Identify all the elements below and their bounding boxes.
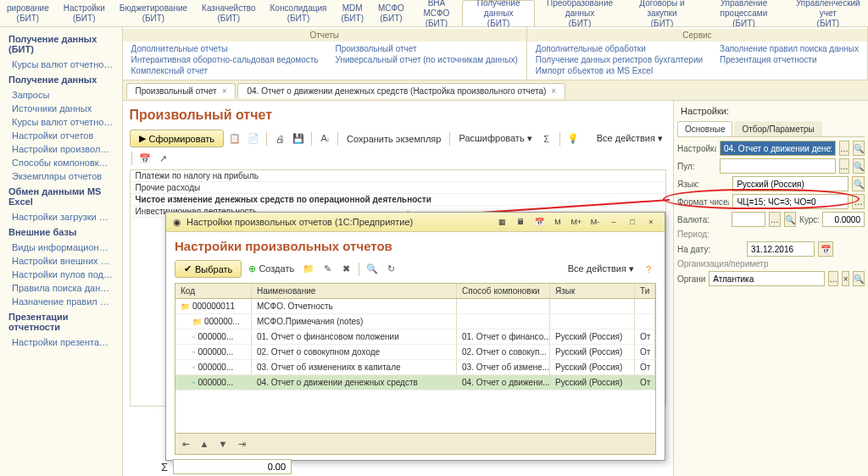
close-button[interactable]: × <box>644 216 658 228</box>
pool-input[interactable] <box>720 158 836 174</box>
top-tab[interactable]: Настройки(БИТ) <box>57 0 113 26</box>
submenu-link[interactable]: Дополнительные обработки <box>536 43 703 54</box>
submenu-link[interactable]: Заполнение правил поиска данных <box>720 43 859 54</box>
close-icon[interactable]: × <box>222 86 227 96</box>
org-lookup-icon[interactable]: … <box>828 271 838 286</box>
grid-row[interactable]: Платежи по налогу на прибыль <box>131 170 665 182</box>
org-input[interactable] <box>709 271 825 286</box>
paste-icon[interactable]: 📄 <box>246 131 261 147</box>
m-button[interactable]: M <box>551 216 565 228</box>
edit-icon[interactable]: ✎ <box>320 262 335 277</box>
dialog-row[interactable]: 000000...03. Отчет об изменениях в капит… <box>175 360 655 375</box>
date-input[interactable] <box>747 241 815 257</box>
sigma-input[interactable] <box>173 459 292 474</box>
top-tab[interactable]: Управленческий учет(БИТ) <box>789 0 868 26</box>
top-tab[interactable]: ВНА МСФО(БИТ) <box>412 0 462 26</box>
sidebar-link[interactable]: Источники данных <box>0 102 122 115</box>
close-icon[interactable]: × <box>551 86 556 96</box>
grid-icon[interactable]: ▦ <box>495 216 509 228</box>
top-tab[interactable]: рирование(БИТ) <box>0 0 57 26</box>
delete-icon[interactable]: ✖ <box>338 262 353 277</box>
help-icon[interactable]: ? <box>641 262 656 277</box>
minimize-button[interactable]: – <box>607 216 620 228</box>
submenu-link[interactable]: Произвольный отчет <box>336 43 518 54</box>
dialog-row[interactable]: 000000...04. Отчет о движении денежных с… <box>175 375 655 390</box>
grid-row[interactable]: Чистое изменение денежных средств по опе… <box>131 194 665 206</box>
col-type[interactable]: Ти <box>635 284 655 298</box>
m-plus-button[interactable]: M+ <box>570 216 583 228</box>
tab-filter[interactable]: Отбор/Параметры <box>734 121 821 136</box>
save-icon[interactable]: 💾 <box>291 131 306 147</box>
dialog-row[interactable]: 000000...МСФО.Примечания (notes) <box>175 314 655 329</box>
folder-icon[interactable]: 📁 <box>301 262 316 277</box>
top-tab[interactable]: Преобразование данных(БИТ) <box>535 0 625 26</box>
print-icon[interactable]: 🖨 <box>272 131 287 147</box>
submenu-link[interactable]: Получение данных регистров бухгалтерии <box>536 54 703 65</box>
sidebar-link[interactable]: Настройки внешних подключений <box>0 254 122 268</box>
dialog-titlebar[interactable]: ◉ Настройки произвольных отчетов (1С:Пре… <box>166 213 665 232</box>
top-tab[interactable]: Управление процессами(БИТ) <box>699 0 788 26</box>
col-lang[interactable]: Язык <box>550 284 635 298</box>
grid-row[interactable]: Прочие расходы <box>131 182 665 194</box>
top-tab[interactable]: Консолидация(БИТ) <box>264 0 335 26</box>
sidebar-link[interactable]: Настройки отчетов <box>0 129 122 142</box>
setting-input[interactable] <box>720 141 836 156</box>
doc-tab[interactable]: Произвольный отчет× <box>126 83 236 98</box>
tab-main[interactable]: Основные <box>677 121 732 136</box>
submenu-link[interactable]: Интерактивная оборотно-сальдовая ведомос… <box>131 54 319 65</box>
sidebar-link[interactable]: Способы компоновки источн... <box>0 156 122 169</box>
dialog-row[interactable]: 000000...02. Отчет о совокупном доходе02… <box>175 345 655 360</box>
sidebar-link[interactable]: Курсы валют отчетности <box>0 58 122 71</box>
page-up-icon[interactable]: ▲ <box>197 436 212 451</box>
col-method[interactable]: Способ компоновки <box>457 284 550 298</box>
bulb-icon[interactable]: 💡 <box>565 131 581 147</box>
top-tab[interactable]: MDM(БИТ) <box>334 0 371 26</box>
col-name[interactable]: Наименование <box>252 284 457 298</box>
sidebar-link[interactable]: Настройки пулов подключений <box>0 268 122 281</box>
currency-lookup-icon[interactable]: … <box>769 212 781 227</box>
dialog-all-actions[interactable]: Все действия ▾ <box>565 263 637 274</box>
find-icon[interactable]: 🔍 <box>364 262 380 277</box>
page-first-icon[interactable]: ⇤ <box>178 436 193 451</box>
doc-tab[interactable]: 04. Отчет о движении денежных средств (Н… <box>237 83 565 98</box>
form-button[interactable]: ▶Сформировать <box>130 130 225 147</box>
sidebar-link[interactable]: Запросы <box>0 88 122 102</box>
decrypt-button[interactable]: Расшифровать ▾ <box>455 133 535 144</box>
save-copy-button[interactable]: Сохранить экземпляр <box>343 134 444 144</box>
refresh-icon[interactable]: ↻ <box>383 262 398 277</box>
top-tab[interactable]: Получение данных(БИТ) <box>462 0 535 26</box>
m-minus-button[interactable]: M- <box>588 216 602 228</box>
calendar-icon[interactable]: 📅 <box>532 216 546 228</box>
sidebar-link[interactable]: Виды информационных баз <box>0 241 122 254</box>
numfmt-lookup-icon[interactable]: … <box>852 194 865 209</box>
date-calendar-icon[interactable]: 📅 <box>818 241 833 257</box>
org-clear-icon[interactable]: × <box>842 271 849 286</box>
pool-lookup-icon[interactable]: … <box>839 158 849 174</box>
lang-input[interactable] <box>732 176 849 191</box>
sidebar-link[interactable]: Настройки загрузки из Excel <box>0 210 122 224</box>
maximize-button[interactable]: □ <box>626 216 639 228</box>
all-actions-button[interactable]: Все действия ▾ <box>593 133 666 144</box>
calendar-icon[interactable]: 📅 <box>137 151 153 166</box>
font-icon[interactable]: Aᵢ <box>317 131 332 147</box>
numfmt-input[interactable] <box>732 194 849 209</box>
sidebar-link[interactable]: Курсы валют отчетности <box>0 115 122 129</box>
setting-lookup-icon[interactable]: … <box>839 141 849 156</box>
submenu-link[interactable]: Универсальный отчет (по источникам данны… <box>336 54 518 65</box>
sidebar-link[interactable]: Назначение правил поиска дан... <box>0 295 122 308</box>
sidebar-link[interactable]: Настройки произвольных отч... <box>0 142 122 156</box>
dialog-grid[interactable]: Код Наименование Способ компоновки Язык … <box>175 283 656 455</box>
org-search-icon[interactable]: 🔍 <box>853 271 865 286</box>
calc-icon[interactable]: 🖩 <box>514 216 527 228</box>
currency-input[interactable] <box>732 212 765 227</box>
setting-search-icon[interactable]: 🔍 <box>853 141 865 156</box>
dialog-row[interactable]: 000000...01. Отчет о финансовом положени… <box>175 329 655 345</box>
top-tab[interactable]: МСФО(БИТ) <box>371 0 412 26</box>
currency-search-icon[interactable]: 🔍 <box>784 212 796 227</box>
top-tab[interactable]: Бюджетирование(БИТ) <box>113 0 195 26</box>
page-down-icon[interactable]: ▼ <box>215 436 231 451</box>
sidebar-link[interactable]: Правила поиска данных <box>0 281 122 295</box>
create-button[interactable]: ⊕ Создать <box>245 263 298 274</box>
pool-search-icon[interactable]: 🔍 <box>853 158 865 174</box>
lang-search-icon[interactable]: 🔍 <box>852 176 865 191</box>
